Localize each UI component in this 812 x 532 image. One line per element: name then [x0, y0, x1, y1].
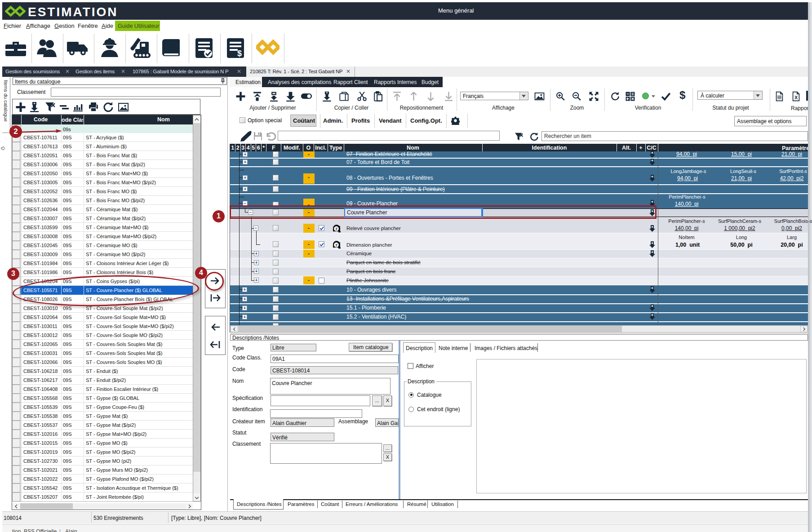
svg-text:7: 7 — [335, 243, 337, 248]
svg-text:7: 7 — [335, 226, 337, 231]
svg-text:X: X — [794, 95, 798, 100]
svg-text:$: $ — [237, 49, 242, 58]
svg-text:+: + — [33, 102, 35, 106]
